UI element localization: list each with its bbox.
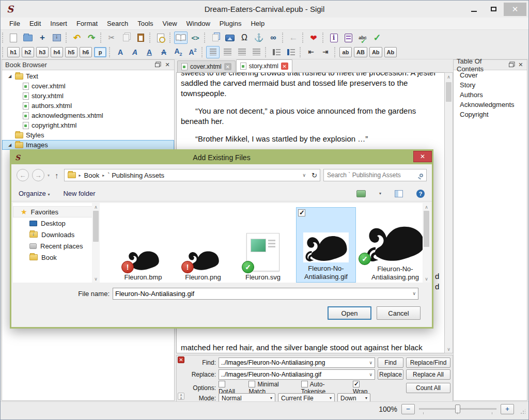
selected-checkbox-icon[interactable] [298, 209, 305, 216]
file-name-input[interactable]: ∨ [113, 288, 418, 300]
refresh-icon[interactable]: ↻ [309, 169, 320, 181]
slider-handle[interactable] [455, 405, 460, 413]
menu-format[interactable]: Format [72, 18, 102, 29]
underline-icon[interactable]: A [143, 46, 156, 58]
scroll-down-icon[interactable]: ∨ [445, 345, 453, 353]
toc-item-authors[interactable]: Authors [454, 90, 527, 100]
insert-anchor-icon[interactable]: ⚓ [252, 32, 266, 44]
close-panel-icon[interactable]: ✕ [518, 62, 524, 68]
replace-find-button[interactable]: Replace/Find [406, 357, 450, 368]
menu-help[interactable]: Help [246, 18, 269, 29]
italic-icon[interactable]: A [128, 46, 142, 58]
spellcheck-icon[interactable]: abc [356, 32, 369, 44]
zoom-slider[interactable] [419, 404, 496, 414]
tab-close-icon[interactable]: ✕ [224, 63, 231, 70]
sidebar-scrollbar[interactable]: ∧ ∨ [92, 203, 100, 283]
file-fleuron-png[interactable]: ! Fleuron.png [176, 207, 230, 283]
chevron-down-icon[interactable]: ▾ [379, 191, 381, 196]
folder-images[interactable]: ◢ Images [2, 140, 174, 150]
titlecase-button[interactable]: Ab [369, 47, 382, 57]
menu-edit[interactable]: Edit [25, 18, 45, 29]
chevron-down-icon[interactable]: ∨ [369, 360, 372, 365]
open-file-icon[interactable] [21, 32, 35, 44]
forward-icon[interactable]: → [32, 169, 44, 181]
menu-file[interactable]: File [5, 18, 25, 29]
breadcrumb-publishing-assets[interactable]: ` Publishing Assets [107, 172, 164, 179]
heading-3-button[interactable]: h3 [36, 47, 49, 57]
tab-close-icon[interactable]: ✕ [281, 63, 288, 70]
collapse-find-icon[interactable]: ∧∧ [178, 393, 184, 400]
file-authors-xhtml[interactable]: authors.xhtml [2, 101, 174, 111]
donate-heart-icon[interactable]: ❤ [307, 32, 320, 44]
book-view-icon[interactable] [174, 32, 188, 44]
chevron-down-icon[interactable]: ∨ [302, 173, 306, 178]
align-right-icon[interactable] [235, 46, 248, 58]
toc-item-acknowledgments[interactable]: Acknowledgments [454, 100, 527, 110]
file-fleuron-bmp[interactable]: ! Fleuron.bmp [116, 207, 170, 283]
menu-window[interactable]: Window [182, 18, 215, 29]
heading-5-button[interactable]: h5 [65, 47, 77, 57]
lowercase-button[interactable]: ab [339, 47, 352, 57]
uppercase-button[interactable]: AB [354, 47, 367, 57]
menu-tools[interactable]: Tools [133, 18, 158, 29]
paragraph-button[interactable]: p [94, 47, 106, 57]
recent-locations-icon[interactable]: ▾ [48, 173, 50, 178]
align-justify-icon[interactable] [250, 46, 263, 58]
heading-6-button[interactable]: h6 [80, 47, 92, 57]
help-icon[interactable]: ? [416, 190, 425, 198]
menu-view[interactable]: View [158, 18, 182, 29]
organize-menu[interactable]: Organize ▾ [19, 190, 50, 197]
split-at-cursor-icon[interactable] [209, 32, 222, 44]
back-icon[interactable]: ← [17, 169, 29, 181]
folder-text[interactable]: ◢ Text [2, 71, 174, 81]
align-left-icon[interactable] [206, 46, 220, 58]
sidebar-favorites[interactable]: ★ Favorites [13, 206, 100, 217]
new-file-icon[interactable] [7, 32, 20, 44]
file-fleuron-svg[interactable]: ✓ Fleuron.svg [236, 207, 290, 283]
file-story-xhtml[interactable]: story.xhtml [2, 91, 174, 101]
code-view-icon[interactable]: <> [189, 32, 202, 44]
insert-image-icon[interactable] [223, 32, 237, 44]
find-button[interactable]: Find [378, 357, 403, 368]
open-button[interactable]: Open [328, 306, 371, 320]
superscript-icon[interactable]: A2 [186, 46, 199, 58]
undo-icon[interactable]: ↶ [70, 32, 84, 44]
replace-button[interactable]: Replace [378, 369, 403, 380]
add-existing-files-icon[interactable]: + [36, 32, 49, 44]
float-panel-icon[interactable] [508, 62, 515, 68]
change-view-icon[interactable] [356, 190, 366, 197]
file-copyright-xhtml[interactable]: copyright.xhtml [2, 120, 174, 130]
heading-2-button[interactable]: h2 [22, 47, 34, 57]
folder-styles[interactable]: Styles [2, 130, 174, 140]
close-button[interactable]: ✕ [504, 3, 526, 16]
chevron-down-icon[interactable]: ∨ [412, 291, 416, 296]
breadcrumb-book[interactable]: Book [84, 172, 100, 179]
tab-cover-xhtml[interactable]: cover.xhtml ✕ [177, 60, 236, 72]
numbered-list-icon[interactable] [284, 46, 298, 58]
toc-item-story[interactable]: Story [454, 80, 527, 90]
toc-editor-icon[interactable] [341, 32, 355, 44]
sidebar-downloads[interactable]: Downloads [13, 229, 100, 240]
file-list-scrollbar[interactable]: ∧ ∨ [423, 203, 430, 283]
replace-all-button[interactable]: Replace All [406, 369, 450, 380]
cancel-button[interactable]: Cancel [377, 306, 421, 320]
find-icon[interactable] [154, 32, 167, 44]
find-input[interactable]: ∨ [219, 357, 375, 368]
chevron-down-icon[interactable]: ∨ [369, 372, 372, 377]
sidebar-desktop[interactable]: Desktop [13, 217, 100, 229]
file-fleuron-no-antialiasing-gif[interactable]: Fleuron-No-Antialiasing.gif [296, 207, 356, 283]
bullet-list-icon[interactable] [270, 46, 283, 58]
bold-icon[interactable]: A [114, 46, 127, 58]
strikethrough-icon[interactable]: A [157, 46, 170, 58]
menu-plugins[interactable]: Plugins [215, 18, 246, 29]
editor-scrollbar[interactable]: ∧ ∨ [444, 72, 453, 353]
cut-icon[interactable]: ✂ [105, 32, 118, 44]
address-breadcrumb[interactable]: ▸ Book ▸ ` Publishing Assets ∨ [64, 169, 309, 181]
heading-4-button[interactable]: h4 [51, 47, 63, 57]
align-center-icon[interactable] [221, 46, 234, 58]
toc-item-copyright[interactable]: Copyright [454, 110, 527, 119]
special-character-icon[interactable]: Ω [238, 32, 251, 44]
file-fleuron-no-antialiasing-png[interactable]: ✓ Fleuron-No-Antialiasing.png [362, 207, 428, 283]
sidebar-recent-places[interactable]: Recent places [13, 240, 100, 252]
expander-icon[interactable]: ◢ [7, 143, 12, 147]
